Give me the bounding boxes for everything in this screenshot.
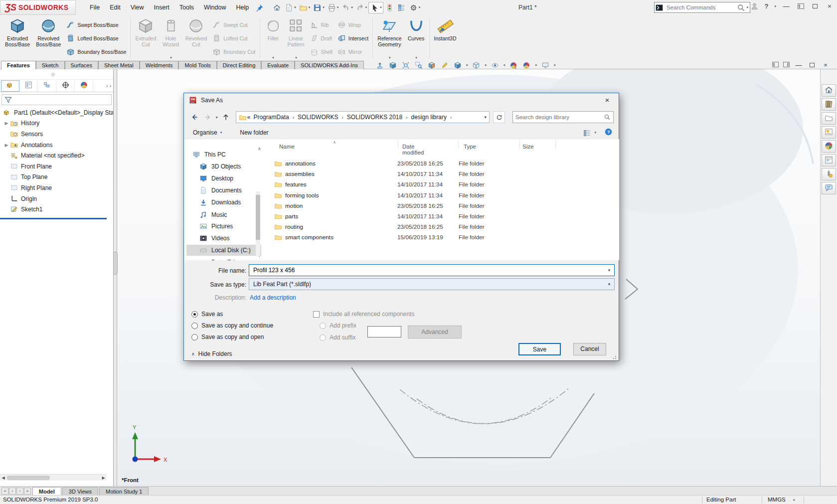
recent-locations-icon[interactable]: ▾	[216, 115, 218, 120]
new-folder-button[interactable]: New folder	[240, 129, 268, 136]
crumb-solidworks[interactable]: SOLIDWORKS	[295, 114, 340, 121]
prefix-suffix-input[interactable]	[367, 326, 401, 337]
tab-features[interactable]: Features	[1, 61, 36, 69]
navpane-data-d[interactable]: Data (D:)	[198, 257, 236, 260]
propertymanager-tab[interactable]	[19, 80, 38, 92]
swept-boss-button[interactable]: Swept Boss/Base	[66, 20, 126, 29]
edit-appearance-icon[interactable]	[509, 60, 518, 70]
crumb-design-library[interactable]: design library	[409, 114, 449, 121]
pane-right-button[interactable]	[783, 62, 790, 69]
panel-splitter-handle[interactable]	[51, 73, 55, 76]
file-row[interactable]: assemblies14/10/2017 11:34File folder	[269, 168, 615, 179]
panel-splitter[interactable]	[114, 69, 117, 486]
resize-grip[interactable]	[613, 354, 618, 359]
tree-item-history[interactable]: ▶History	[0, 118, 113, 129]
file-row[interactable]: annotations23/05/2018 16:25File folder	[269, 158, 615, 168]
print-button[interactable]: ▾	[326, 2, 340, 13]
dialog-close-button[interactable]: ×	[596, 93, 619, 107]
close-button[interactable]: ×	[825, 2, 834, 11]
zoom-to-fit-icon[interactable]	[375, 60, 384, 70]
add-description-link[interactable]: Add a description	[250, 294, 296, 301]
user-icon[interactable]	[750, 1, 759, 11]
scrollbar-thumb[interactable]	[256, 195, 260, 240]
redo-button[interactable]: ▾	[354, 2, 368, 13]
forum-button[interactable]	[822, 182, 836, 194]
tab-direct-editing[interactable]: Direct Editing	[217, 61, 261, 69]
file-row[interactable]: parts14/10/2017 11:34File folder	[269, 211, 615, 221]
zoom-to-area-icon[interactable]	[401, 60, 410, 70]
help-icon[interactable]: ?	[765, 2, 769, 10]
tab-model[interactable]: Model	[32, 487, 61, 495]
tab-sheet-metal[interactable]: Sheet Metal	[98, 61, 140, 69]
doc-close-button[interactable]: ×	[821, 61, 830, 70]
boundary-boss-button[interactable]: Boundary Boss/Base	[66, 47, 126, 56]
file-row[interactable]: motion23/05/2018 16:25File folder	[269, 200, 615, 211]
displaymanager-tab[interactable]	[75, 80, 93, 92]
help-caret-icon[interactable]: ▾	[774, 4, 776, 8]
column-type[interactable]: Type	[464, 144, 476, 150]
file-row[interactable]: smart components15/06/2019 13:19File fol…	[269, 232, 615, 242]
combo-dropdown-icon[interactable]: ▾	[604, 282, 614, 287]
navpane-pictures[interactable]: Pictures	[198, 221, 233, 232]
doc-minimize-button[interactable]: —	[794, 61, 803, 70]
status-units[interactable]: MMGS	[768, 497, 796, 503]
tab-scroll-next[interactable]: ›	[16, 488, 23, 495]
tree-item-front-plane[interactable]: Front Plane	[0, 161, 113, 172]
up-button[interactable]	[220, 112, 231, 123]
revolved-boss-button[interactable]: Revolved Boss/Base	[33, 16, 64, 61]
dialog-help-button[interactable]: ?	[604, 128, 613, 138]
column-size[interactable]: Size	[522, 144, 533, 150]
menu-help[interactable]: Help	[231, 2, 254, 13]
toolbox-button[interactable]	[822, 168, 836, 180]
navpane-this-pc[interactable]: This PC	[191, 149, 251, 160]
menu-file[interactable]: File	[85, 2, 105, 13]
crumb-programdata[interactable]: ProgramData	[251, 114, 291, 121]
tab-weldments[interactable]: Weldments	[140, 61, 179, 69]
rollback-bar[interactable]	[0, 218, 107, 219]
tree-item-origin[interactable]: Origin	[0, 193, 113, 204]
save-as-copy-open-radio[interactable]: Save as copy and open	[191, 334, 264, 340]
view-mode-button[interactable]: ▾	[583, 129, 596, 137]
save-button[interactable]: Save	[518, 343, 561, 355]
scrollbar-thumb[interactable]	[7, 476, 50, 480]
view-settings-icon[interactable]	[540, 60, 550, 70]
navpane-scrollbar[interactable]	[256, 191, 260, 256]
breadcrumb-dropdown-icon[interactable]: ▾	[485, 115, 487, 120]
file-row[interactable]: forming tools14/10/2017 11:34File folder	[269, 190, 615, 200]
rebuild-button[interactable]	[384, 2, 395, 13]
include-referenced-checkbox[interactable]: Include all referenced components	[313, 311, 414, 318]
save-button-qat[interactable]: ▾	[312, 2, 326, 13]
forward-button[interactable]	[202, 112, 213, 123]
expander-icon[interactable]: ▶	[3, 143, 10, 148]
tab-evaluate[interactable]: Evaluate	[261, 61, 295, 69]
isometric-view-icon[interactable]	[388, 60, 397, 70]
select-button[interactable]: ▾	[368, 2, 383, 13]
tab-scroll-last[interactable]: »	[24, 488, 31, 495]
dimxpertmanager-tab[interactable]	[56, 80, 75, 92]
tree-item-top-plane[interactable]: Top Plane	[0, 172, 113, 183]
tab-scroll-prev[interactable]: ‹	[9, 488, 16, 495]
minimize-button[interactable]: —	[782, 2, 791, 11]
window-layout-button[interactable]	[796, 2, 805, 11]
previous-view-icon[interactable]	[414, 60, 423, 70]
configurationmanager-tab[interactable]	[38, 80, 56, 92]
panel-tab-scroll-left[interactable]: ‹	[106, 83, 108, 89]
breadcrumb[interactable]: « ProgramData› SOLIDWORKS› SOLIDWORKS 20…	[236, 111, 490, 123]
menu-window[interactable]: Window	[199, 2, 231, 13]
intersect-button[interactable]: Intersect	[337, 34, 368, 43]
dialog-search-input[interactable]	[515, 114, 604, 120]
menu-edit[interactable]: Edit	[105, 2, 126, 13]
hide-folders-button[interactable]: ∧Hide Folders	[191, 350, 232, 357]
menu-insert[interactable]: Insert	[149, 2, 174, 13]
hide-show-items-icon[interactable]	[490, 60, 500, 70]
file-name-input[interactable]	[249, 267, 604, 274]
menu-view[interactable]: View	[126, 2, 149, 13]
new-document-button[interactable]: ▾	[283, 2, 297, 13]
display-style-icon[interactable]	[472, 60, 481, 70]
tab-mold-tools[interactable]: Mold Tools	[178, 61, 216, 69]
task-home-button[interactable]	[822, 84, 836, 97]
organise-button[interactable]: Organise▾	[193, 129, 222, 136]
open-button[interactable]: ▾	[298, 2, 312, 13]
lofted-boss-button[interactable]: Lofted Boss/Base	[66, 34, 126, 43]
tab-motion-study-1[interactable]: Motion Study 1	[99, 487, 149, 495]
